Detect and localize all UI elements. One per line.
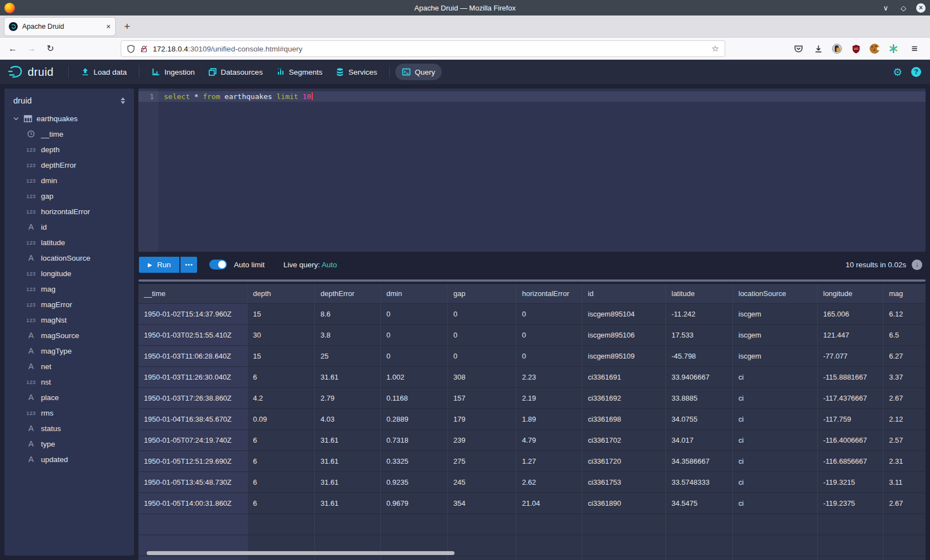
live-query-value[interactable]: Auto [322, 261, 337, 269]
sidebar-item-earthquakes[interactable]: earthquakes [4, 111, 134, 126]
window-close-button[interactable]: × [916, 3, 926, 13]
nav-item-segments[interactable]: Segments [270, 64, 329, 80]
nav-item-datasources[interactable]: Datasources [202, 64, 270, 80]
numeric-type-icon: 123 [25, 147, 37, 153]
table-cell: 15 [247, 304, 315, 325]
download-results-icon[interactable]: ↓ [912, 260, 922, 270]
table-cell: 0.9235 [381, 472, 448, 493]
new-tab-button[interactable]: + [124, 20, 130, 33]
table-cell [138, 556, 247, 560]
table-cell: -11.242 [666, 304, 733, 325]
table-cell: -77.077 [818, 346, 884, 367]
gear-icon[interactable]: ⚙ [893, 66, 902, 79]
downloads-icon[interactable] [812, 42, 825, 55]
nav-item-load-data[interactable]: Load data [74, 64, 133, 80]
nav-item-services[interactable]: Services [329, 64, 384, 80]
sidebar-column-gap[interactable]: 123gap [4, 188, 134, 204]
sidebar-column-rms[interactable]: 123rms [4, 405, 134, 421]
table-row: 1950-01-05T07:24:19.740Z631.610.73182394… [138, 430, 926, 451]
table-cell: 34.017 [666, 430, 733, 451]
menu-hamburger-icon[interactable]: ≡ [908, 42, 921, 55]
lock-insecure-icon[interactable] [140, 45, 148, 53]
live-query-label[interactable]: Live query: Auto [283, 261, 337, 269]
sidebar-column-longitude[interactable]: 123longitude [4, 266, 134, 281]
sidebar-column-magNst[interactable]: 123magNst [4, 312, 134, 328]
table-row: 1950-01-04T16:38:45.670Z0.094.030.288917… [138, 409, 926, 430]
pocket-icon[interactable] [792, 42, 805, 55]
table-cell [666, 556, 733, 560]
column-header-horizontalError[interactable]: horizontalError [516, 284, 582, 304]
asterisk-extension-icon[interactable] [887, 42, 900, 55]
results-table: __timedepthdepthErrordmingaphorizontalEr… [138, 284, 926, 560]
double-caret-icon[interactable] [121, 97, 125, 104]
column-header-depth[interactable]: depth [247, 284, 315, 304]
table-cell [733, 514, 818, 535]
column-header-__time[interactable]: __time [138, 284, 247, 304]
column-header-dmin[interactable]: dmin [381, 284, 448, 304]
url-bar[interactable]: 172.18.0.4:30109/unified-console.html#qu… [121, 40, 725, 57]
window-minimize-button[interactable]: ∨ [881, 4, 891, 12]
sidebar-column-updated[interactable]: Aupdated [4, 452, 134, 467]
table-name: earthquakes [37, 115, 78, 123]
url-text[interactable]: 172.18.0.4:30109/unified-console.html#qu… [153, 45, 707, 53]
schema-name[interactable]: druid [13, 96, 32, 105]
browser-tab[interactable]: Apache Druid × [4, 18, 115, 35]
tab-close-icon[interactable]: × [106, 22, 111, 31]
horizontal-scrollbar[interactable] [147, 551, 454, 555]
panel-splitter-handle[interactable] [138, 279, 926, 282]
sidebar-column-horizontalError[interactable]: 123horizontalError [4, 204, 134, 219]
column-header-latitude[interactable]: latitude [666, 284, 733, 304]
sidebar-column-dmin[interactable]: 123dmin [4, 173, 134, 188]
sidebar-column-mag[interactable]: 123mag [4, 281, 134, 297]
sidebar-column-latitude[interactable]: 123latitude [4, 235, 134, 250]
sql-editor[interactable]: 1 select * from earthquakes limit 10 [138, 89, 926, 252]
numeric-type-icon: 123 [25, 286, 37, 292]
sql-query-text[interactable]: select * from earthquakes limit 10 [164, 91, 313, 102]
bookmark-star-icon[interactable]: ☆ [712, 44, 719, 54]
reload-button[interactable]: ↻ [43, 42, 58, 56]
column-header-id[interactable]: id [582, 284, 666, 304]
run-button[interactable]: ▶ Run [139, 257, 179, 273]
sidebar-column-net[interactable]: Anet [4, 359, 134, 374]
column-header-locationSource[interactable]: locationSource [733, 284, 818, 304]
sidebar-column-magType[interactable]: AmagType [4, 343, 134, 359]
nav-item-ingestion[interactable]: Ingestion [145, 64, 202, 80]
help-icon[interactable]: ? [911, 67, 921, 77]
sidebar-column-magSource[interactable]: AmagSource [4, 328, 134, 343]
column-header-depthError[interactable]: depthError [315, 284, 381, 304]
table-cell: ci3361698 [582, 409, 666, 430]
numeric-type-icon: 123 [25, 193, 37, 199]
druid-logo[interactable]: druid [8, 65, 54, 79]
table-cell: 2.62 [516, 472, 582, 493]
nav-item-query[interactable]: Query [395, 64, 442, 80]
sidebar-column-magError[interactable]: 123magError [4, 297, 134, 312]
sidebar-column-nst[interactable]: 123nst [4, 374, 134, 390]
table-cell: 0 [448, 325, 516, 346]
table-cell: 0.3325 [381, 451, 448, 472]
chevron-down-icon[interactable] [13, 115, 19, 122]
column-header-longitude[interactable]: longitude [818, 284, 884, 304]
shield-icon[interactable] [127, 45, 135, 53]
back-button[interactable]: ← [6, 42, 20, 56]
table-cell: 31.61 [315, 367, 381, 388]
ublock-icon[interactable]: UO [849, 42, 862, 55]
window-maximize-button[interactable]: ◇ [898, 4, 908, 12]
sidebar-column-__time[interactable]: __time [4, 126, 134, 142]
sidebar-column-depth[interactable]: 123depth [4, 142, 134, 157]
column-header-mag[interactable]: mag [884, 284, 926, 304]
sidebar-column-depthError[interactable]: 123depthError [4, 157, 134, 173]
extension-account-icon[interactable] [830, 42, 844, 55]
auto-limit-toggle[interactable] [209, 260, 227, 269]
cookie-extension-icon[interactable] [868, 42, 881, 55]
clock-icon [25, 130, 37, 138]
table-cell: 31.61 [315, 472, 381, 493]
sidebar-column-status[interactable]: Astatus [4, 421, 134, 436]
run-more-button[interactable]: ••• [180, 257, 197, 273]
column-header-gap[interactable]: gap [448, 284, 516, 304]
sidebar-column-locationSource[interactable]: AlocationSource [4, 250, 134, 266]
sidebar-column-id[interactable]: Aid [4, 219, 134, 235]
table-cell: 1950-01-05T07:24:19.740Z [138, 430, 247, 451]
table-cell: ci [733, 409, 818, 430]
sidebar-column-type[interactable]: Atype [4, 436, 134, 452]
sidebar-column-place[interactable]: Aplace [4, 390, 134, 405]
